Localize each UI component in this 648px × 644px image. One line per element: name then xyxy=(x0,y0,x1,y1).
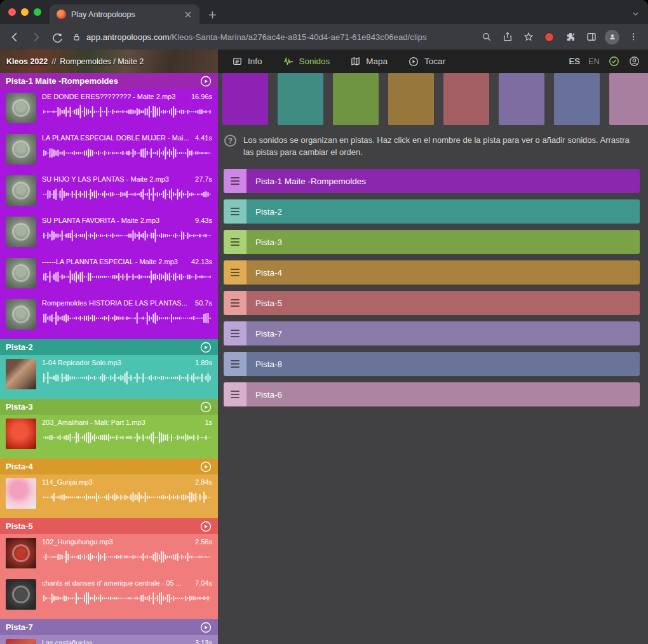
track-play-button[interactable] xyxy=(199,401,212,413)
track-row[interactable]: Pista-2 xyxy=(224,199,640,224)
clip-body: SU PLANTA FAVORITA - Maite 2.mp39.43s xyxy=(42,217,212,253)
account-person-icon[interactable] xyxy=(628,55,640,67)
track-color-swatch[interactable] xyxy=(609,73,648,125)
track-color-swatch[interactable] xyxy=(499,73,544,125)
drag-handle[interactable] xyxy=(224,169,246,193)
drag-handle[interactable] xyxy=(224,260,246,285)
bookmark-star-icon[interactable] xyxy=(518,27,538,47)
nav-tab-tocar[interactable]: Tocar xyxy=(408,56,445,67)
fullscreen-window-button[interactable] xyxy=(34,8,41,16)
clip-waveform xyxy=(42,269,212,285)
track-row[interactable]: Pista-6 xyxy=(224,382,640,406)
track-color-swatch[interactable] xyxy=(388,73,434,125)
track-header[interactable]: Pista-5 xyxy=(0,518,218,534)
track-row[interactable]: Pista-7 xyxy=(224,321,640,345)
drag-handle[interactable] xyxy=(224,230,246,254)
clip-title: 203_Amalihani - Mali: Part 1.mp3 xyxy=(42,419,145,426)
clip-info: SU HIJO Y LAS PLANTAS - Maite 2.mp327.7s xyxy=(42,175,212,183)
track-color-swatch[interactable] xyxy=(222,73,268,125)
nav-tab-info[interactable]: Info xyxy=(232,56,262,67)
track-header[interactable]: Pista-4 xyxy=(0,459,218,474)
zoom-icon[interactable] xyxy=(476,27,496,47)
drag-handle[interactable] xyxy=(224,321,246,345)
track-row-label: Pista-1 Maite -Rompemoldes xyxy=(246,169,640,193)
lang-es-button[interactable]: ES xyxy=(569,57,580,66)
clip-waveform xyxy=(42,310,212,326)
address-bar[interactable]: app.antropoloops.com/Kleos-Santa-Marina/… xyxy=(68,27,475,46)
track-color-swatch[interactable] xyxy=(554,73,600,125)
header-right: ES EN xyxy=(569,55,648,67)
sounds-panel: ? Los sonidos se organizan en pistas. Ha… xyxy=(218,73,648,644)
clip-row[interactable]: Rompemoldes HISTORIA DE LAS PLANTAS...50… xyxy=(0,295,218,337)
drag-handle[interactable] xyxy=(224,382,246,406)
clip-row[interactable]: SU PLANTA FAVORITA - Maite 2.mp39.43s xyxy=(0,213,218,254)
tab-search-chevron-icon[interactable] xyxy=(629,7,642,20)
close-window-button[interactable] xyxy=(8,8,16,16)
track-play-button[interactable] xyxy=(199,520,212,533)
track-row[interactable]: Pista-8 xyxy=(224,352,640,376)
track-color-swatch[interactable] xyxy=(278,73,323,125)
browser-tab[interactable]: Play Antropoloops xyxy=(50,4,199,24)
clip-row[interactable]: 203_Amalihani - Mali: Part 1.mp31s xyxy=(0,415,218,456)
track-header[interactable]: Pista-7 xyxy=(0,619,218,635)
clip-waveform xyxy=(42,549,212,565)
reload-button[interactable] xyxy=(47,27,67,47)
nav-label-sonidos: Sonidos xyxy=(299,57,330,66)
check-circle-icon[interactable] xyxy=(608,55,620,67)
clip-row[interactable]: 114_Gunjai.mp32.84s xyxy=(0,474,218,516)
drag-handle[interactable] xyxy=(224,199,246,224)
track-row[interactable]: Pista-4 xyxy=(224,260,640,285)
minimize-window-button[interactable] xyxy=(21,8,29,16)
clip-row[interactable]: 102_Hunguhungu.mp32.56s xyxy=(0,534,218,575)
back-button[interactable] xyxy=(5,27,25,47)
clip-duration: 1s xyxy=(204,419,212,426)
browser-menu-kebab-icon[interactable] xyxy=(623,27,643,47)
forward-button[interactable] xyxy=(26,27,46,47)
track-header[interactable]: Pista-3 xyxy=(0,399,218,415)
clip-row[interactable]: SU HIJO Y LAS PLANTAS - Maite 2.mp327.7s xyxy=(0,171,218,213)
side-panel-icon[interactable] xyxy=(581,27,601,47)
clip-row[interactable]: LA PLANTA ESPECIAL DOBLE MUJER - Mai...4… xyxy=(0,130,218,171)
clip-row[interactable]: DE DONDE ERES???????? - Maite 2.mp316.96… xyxy=(0,89,218,130)
nav-tab-sonidos[interactable]: Sonidos xyxy=(283,56,330,67)
track-color-swatch[interactable] xyxy=(443,73,489,125)
clip-info: 1-04 Repicador Solo.mp31.89s xyxy=(42,359,212,366)
waveform-icon xyxy=(283,56,294,67)
share-icon[interactable] xyxy=(497,27,517,47)
drag-handle[interactable] xyxy=(224,352,246,376)
tab-close-icon[interactable] xyxy=(182,8,194,21)
track-header[interactable]: Pista-2 xyxy=(0,339,218,355)
extensions-puzzle-icon[interactable] xyxy=(560,27,580,47)
track-color-swatch[interactable] xyxy=(333,73,379,125)
track-play-button[interactable] xyxy=(199,621,212,634)
track-row[interactable]: Pista-1 Maite -Rompemoldes xyxy=(224,169,640,193)
clip-row[interactable]: 1-04 Repicador Solo.mp31.89s xyxy=(0,355,218,396)
clip-info: 114_Gunjai.mp32.84s xyxy=(42,478,212,486)
clip-info: DE DONDE ERES???????? - Maite 2.mp316.96… xyxy=(42,93,212,100)
track-row[interactable]: Pista-3 xyxy=(224,230,640,254)
track-header[interactable]: Pista-1 Maite -Rompemoldes xyxy=(0,73,218,89)
track-play-button[interactable] xyxy=(199,341,212,354)
clip-title: SU HIJO Y LAS PLANTAS - Maite 2.mp3 xyxy=(42,175,169,183)
url-path: /Kleos-Santa-Marina/a276ac4e-a815-40d4-a… xyxy=(170,32,427,42)
recording-extension-icon[interactable] xyxy=(539,27,559,47)
clip-waveform xyxy=(42,104,212,120)
drag-handle[interactable] xyxy=(224,291,246,315)
new-tab-button[interactable] xyxy=(206,8,219,21)
track-row[interactable]: Pista-5 xyxy=(224,291,640,315)
track-play-button[interactable] xyxy=(199,460,212,473)
track-play-button[interactable] xyxy=(199,75,212,88)
clip-info: ------LA PLANNTA ESPECIAL - Maite 2.mp34… xyxy=(42,258,212,265)
drag-icon xyxy=(231,208,240,215)
breadcrumb[interactable]: Kleos 2022 // Rompemoldes / Maite 2 xyxy=(0,50,218,73)
clip-body: SU HIJO Y LAS PLANTAS - Maite 2.mp327.7s xyxy=(42,175,212,211)
nav-tab-mapa[interactable]: Mapa xyxy=(350,56,388,67)
clip-waveform xyxy=(42,429,212,446)
clip-thumbnail xyxy=(6,478,36,509)
clip-info: SU PLANTA FAVORITA - Maite 2.mp39.43s xyxy=(42,217,212,224)
clip-row[interactable]: Las castañuelas3.13s xyxy=(0,635,218,644)
clip-row[interactable]: ------LA PLANNTA ESPECIAL - Maite 2.mp34… xyxy=(0,254,218,295)
clip-row[interactable]: chants et danses d' amerique centrale - … xyxy=(0,575,218,617)
profile-avatar[interactable] xyxy=(602,27,622,47)
lang-en-button[interactable]: EN xyxy=(588,57,600,66)
